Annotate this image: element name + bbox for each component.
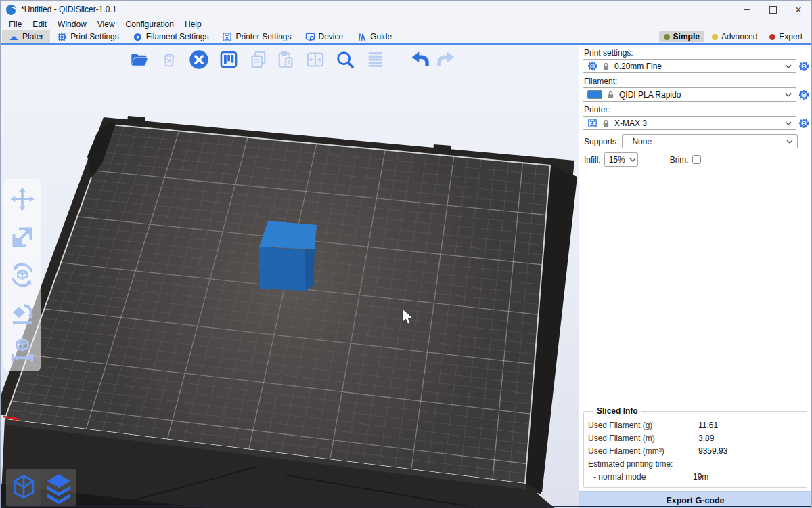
build-plate-scene — [1, 45, 579, 508]
split-objects-button[interactable] — [304, 48, 326, 70]
scale-tool-button[interactable] — [7, 222, 37, 252]
menu-edit[interactable]: Edit — [27, 20, 52, 29]
tab-printer-settings[interactable]: Printer Settings — [215, 30, 298, 43]
minimize-button[interactable] — [734, 1, 760, 18]
search-button[interactable] — [334, 48, 356, 70]
print-settings-combo[interactable]: 0.20mm Fine — [583, 59, 796, 73]
gizmo-toolbar — [3, 179, 41, 371]
printer-gear-button[interactable] — [798, 117, 810, 129]
move-tool-button[interactable] — [7, 184, 37, 214]
undo-button[interactable] — [408, 48, 430, 70]
maximize-button[interactable] — [760, 1, 786, 18]
lock-icon — [606, 90, 615, 100]
qidislicer-window: *Untitled - QIDISlicer-1.0.1 ✕ File Edit… — [0, 0, 812, 508]
tab-print-settings[interactable]: Print Settings — [50, 30, 125, 43]
paste-button[interactable] — [274, 48, 296, 70]
tabbar: Plater Print Settings Filament Settings … — [1, 30, 811, 45]
advanced-dot-icon — [712, 34, 718, 40]
chevron-down-icon — [785, 121, 792, 125]
chevron-down-icon — [785, 64, 792, 68]
rotate-tool-button[interactable] — [7, 260, 37, 290]
menu-file[interactable]: File — [3, 20, 27, 29]
tab-plater[interactable]: Plater — [2, 30, 50, 43]
mode-advanced[interactable]: Advanced — [707, 31, 762, 42]
cube-view-icon — [9, 472, 39, 503]
place-on-face-tool-button[interactable] — [7, 298, 37, 328]
close-button[interactable]: ✕ — [786, 1, 811, 18]
sliced-info-row: Estimated printing time: — [588, 457, 803, 470]
print-settings-gear-button[interactable] — [798, 60, 810, 72]
app-logo-icon — [6, 5, 16, 15]
guide-icon — [357, 32, 367, 42]
tab-filament-settings[interactable]: Filament Settings — [126, 30, 216, 43]
printer-icon — [587, 118, 597, 128]
arrange-button[interactable] — [217, 48, 240, 70]
view-mode-toggles — [6, 469, 76, 506]
printer-value: X-MAX 3 — [614, 119, 647, 128]
supports-combo[interactable]: None — [622, 134, 798, 148]
mode-simple[interactable]: Simple — [659, 31, 704, 42]
settings-sidebar: Print settings: 0.20mm Fine Filament: QI… — [579, 45, 811, 508]
lock-icon — [602, 119, 610, 128]
model-cube[interactable] — [259, 221, 317, 291]
filament-combo[interactable]: QIDI PLA Rapido — [583, 87, 796, 102]
filament-color-swatch — [587, 90, 602, 99]
open-button[interactable] — [128, 48, 150, 70]
sliced-info-panel: Sliced Info Used Filament (g) 11.61 Used… — [583, 411, 807, 488]
brim-checkbox[interactable] — [692, 155, 701, 164]
plater-toolbar — [128, 48, 457, 70]
menu-window[interactable]: Window — [52, 20, 92, 29]
brim-label: Brim: — [670, 155, 689, 165]
sliced-info-title: Sliced Info — [593, 406, 641, 416]
redo-button[interactable] — [435, 48, 457, 70]
print-settings-label: Print settings: — [584, 48, 807, 58]
sliced-info-row: Used Filament (m) 3.89 — [588, 431, 803, 444]
supports-label: Supports: — [584, 137, 618, 146]
preview-view-button[interactable] — [41, 469, 76, 506]
window-title: *Untitled - QIDISlicer-1.0.1 — [21, 5, 116, 14]
infill-label: Infill: — [584, 155, 601, 165]
filament-gear-button[interactable] — [798, 89, 810, 101]
infill-combo[interactable]: 15% — [604, 152, 638, 167]
chevron-down-icon — [786, 140, 793, 144]
device-icon — [305, 32, 315, 42]
expert-dot-icon — [769, 34, 775, 40]
titlebar: *Untitled - QIDISlicer-1.0.1 ✕ — [1, 1, 811, 18]
measure-tool-button[interactable] — [7, 336, 37, 366]
printer-combo[interactable]: X-MAX 3 — [583, 116, 796, 130]
delete-button[interactable] — [158, 48, 180, 70]
tab-guide[interactable]: Guide — [350, 30, 399, 43]
sliced-info-row: - normal mode 19m — [588, 470, 803, 483]
menu-help[interactable]: Help — [179, 20, 207, 29]
print-settings-value: 0.20mm Fine — [614, 62, 662, 71]
filament-value: QIDI PLA Rapido — [619, 90, 681, 100]
layers-view-icon — [43, 471, 74, 504]
filament-label: Filament: — [584, 77, 807, 86]
tab-device[interactable]: Device — [298, 30, 351, 43]
filament-icon — [133, 32, 143, 42]
gear-icon — [57, 32, 67, 42]
chevron-down-icon — [785, 93, 792, 97]
gear-icon — [587, 61, 597, 71]
3d-editor-view-button[interactable] — [6, 469, 41, 506]
window-controls: ✕ — [734, 1, 811, 18]
supports-value: None — [627, 137, 652, 146]
printer-label: Printer: — [584, 105, 807, 114]
menu-view[interactable]: View — [92, 20, 120, 29]
printer-icon — [222, 32, 232, 42]
infill-value: 15% — [609, 155, 625, 165]
variable-layer-height-button[interactable] — [363, 48, 386, 70]
lock-icon — [602, 62, 610, 71]
window-bottom-border — [1, 506, 811, 507]
3d-viewport[interactable] — [1, 45, 579, 508]
delete-all-button[interactable] — [187, 48, 210, 70]
menubar: File Edit Window View Configuration Help — [1, 18, 811, 30]
menu-configuration[interactable]: Configuration — [120, 20, 179, 29]
mode-switcher: Simple Advanced Expert — [659, 30, 811, 43]
chevron-down-icon — [629, 158, 636, 162]
copy-button[interactable] — [247, 48, 269, 70]
sliced-info-row: Used Filament (g) 11.61 — [588, 419, 803, 431]
sliced-info-row: Used Filament (mm³) 9359.93 — [588, 444, 803, 457]
simple-dot-icon — [664, 34, 670, 40]
mode-expert[interactable]: Expert — [765, 31, 807, 42]
